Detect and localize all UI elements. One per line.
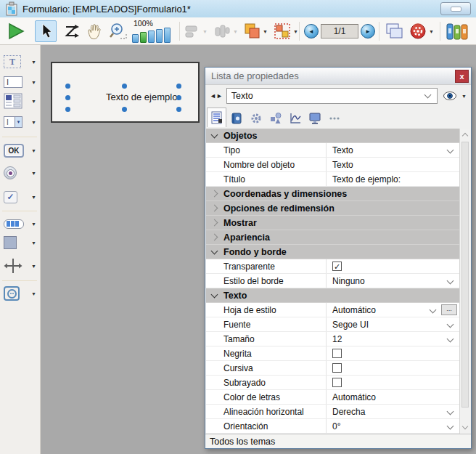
prop-row-titulo: Título Texto de ejemplo: — [206, 172, 460, 187]
checkbox-tool[interactable]: ✓ ▼ — [4, 186, 37, 208]
chevron-down-icon — [447, 336, 454, 343]
prop-value-dropdown[interactable]: Segoe UI — [327, 317, 460, 331]
combo-box-icon: I▼ — [4, 116, 22, 128]
panel-scrollbar[interactable] — [459, 129, 470, 434]
section-coordenadas[interactable]: Coordenadas y dimensiones — [206, 187, 460, 201]
object-selector-row: ◄ ► Texto ▼ — [205, 86, 471, 105]
prop-value-dropdown[interactable]: Derecha — [327, 405, 460, 418]
settings-button[interactable]: ▼ — [406, 20, 437, 42]
next-object-button[interactable]: ► — [216, 92, 223, 100]
checkbox-unchecked[interactable] — [332, 363, 342, 373]
ok-button-icon: OK — [4, 144, 24, 158]
selection-handle[interactable] — [65, 84, 70, 89]
scrollbar-thumb[interactable] — [461, 142, 469, 408]
selection-handle[interactable] — [176, 95, 181, 100]
label-tool[interactable]: T ▼ — [4, 51, 37, 73]
prop-value-text[interactable]: Automático — [327, 390, 460, 404]
selection-handle[interactable] — [65, 95, 70, 100]
select-tool-button[interactable] — [35, 20, 57, 42]
run-form-button[interactable] — [4, 20, 28, 42]
zoom-tool-button[interactable] — [107, 20, 129, 42]
prev-page-button[interactable]: ◄ — [303, 20, 319, 42]
selection-handle[interactable] — [122, 84, 127, 89]
chevron-right-icon — [211, 219, 218, 227]
section-texto[interactable]: Texto — [206, 288, 460, 303]
combo-box-tool[interactable]: I▼ ▼ — [4, 111, 37, 133]
ellipsis-icon — [328, 112, 341, 125]
browse-button[interactable]: ... — [441, 304, 457, 315]
visibility-filter-button[interactable]: ▼ — [443, 91, 467, 101]
checkbox-checked[interactable]: ✓ — [332, 262, 342, 271]
prop-row-negrita: Negrita — [206, 346, 460, 361]
arrow-right-icon: ► — [361, 24, 375, 38]
prop-value-text[interactable]: Texto de ejemplo: — [327, 172, 460, 186]
chevron-down-icon: ▼ — [31, 148, 36, 153]
arrange-button[interactable]: ▼ — [241, 20, 270, 42]
prop-label: Orientación — [206, 419, 327, 433]
shapes-icon — [269, 112, 282, 125]
properties-panel-titlebar[interactable]: Lista de propiedades x — [205, 68, 471, 85]
tab-objects[interactable] — [266, 109, 285, 127]
themes-button[interactable] — [444, 20, 470, 42]
selection-frame-icon — [274, 23, 291, 40]
chevron-down-icon — [447, 277, 454, 285]
tab-data[interactable] — [226, 109, 246, 127]
section-apariencia[interactable]: Apariencia — [206, 230, 460, 245]
tab-more[interactable] — [324, 109, 344, 127]
layers-icon — [243, 23, 260, 40]
close-button[interactable]: x — [455, 70, 469, 83]
section-objetos[interactable]: Objetos — [206, 129, 460, 143]
prop-value-dropdown[interactable]: 12 — [327, 332, 460, 346]
page-indicator-field[interactable]: 1/1 — [321, 20, 358, 42]
scroll-up-icon[interactable] — [462, 133, 468, 139]
chevron-down-icon: ▼ — [202, 29, 208, 34]
tab-order-button[interactable] — [61, 20, 83, 42]
socket-tool[interactable]: ▼ — [4, 283, 37, 304]
rectangle-tool[interactable]: ▼ — [4, 232, 37, 254]
checkbox-unchecked[interactable] — [332, 378, 342, 387]
radio-button-tool[interactable]: ▼ — [4, 162, 37, 184]
prop-row-orientacion: Orientación 0° — [206, 419, 460, 434]
tab-curve[interactable] — [285, 109, 305, 127]
selection-handle[interactable] — [65, 107, 70, 112]
prop-label: Hoja de estilo — [206, 303, 327, 317]
tab-settings[interactable] — [246, 109, 266, 127]
section-fondo-borde[interactable]: Fondo y borde — [206, 245, 460, 259]
section-label: Mostrar — [223, 218, 257, 228]
pages-button[interactable] — [383, 20, 405, 42]
prop-value-dropdown[interactable]: 0° — [327, 419, 460, 433]
list-view-tool[interactable]: ▼ — [4, 90, 37, 112]
next-page-button[interactable]: ► — [360, 20, 376, 42]
page-indicator: 1/1 — [334, 26, 346, 36]
magnifier-plus-icon — [109, 22, 128, 41]
tab-display[interactable] — [305, 109, 324, 127]
prop-row-hoja-estilo: Hoja de estilo Automático ... — [206, 303, 460, 317]
prop-value-dropdown[interactable]: Automático ... — [327, 303, 460, 317]
pages-icon — [385, 23, 403, 40]
section-mostrar[interactable]: Mostrar — [206, 216, 460, 230]
pan-tool-button[interactable] — [84, 20, 106, 42]
prop-row-tamano: Tamaño 12 — [206, 332, 460, 346]
prop-value-text[interactable]: Texto — [327, 158, 460, 171]
chevron-down-icon: ▼ — [31, 80, 36, 85]
selected-label-element[interactable]: Texto de ejemplo: — [106, 92, 180, 102]
object-selector-dropdown[interactable]: Texto — [226, 88, 438, 104]
selection-handle[interactable] — [176, 84, 181, 89]
scroll-down-icon[interactable] — [462, 423, 468, 429]
checkbox-unchecked[interactable] — [332, 349, 342, 358]
prop-value-dropdown[interactable]: Texto — [327, 143, 460, 157]
prev-object-button[interactable]: ◄ — [210, 92, 216, 100]
prop-value-dropdown[interactable]: Ninguno — [327, 274, 460, 288]
splitter-tool[interactable]: ▼ — [4, 255, 37, 277]
multi-select-button[interactable]: ▼ — [271, 20, 300, 42]
section-redimension[interactable]: Opciones de redimensión — [206, 201, 460, 216]
selection-handle[interactable] — [176, 107, 181, 112]
section-label: Coordenadas y dimensiones — [223, 189, 347, 199]
selection-handle[interactable] — [122, 107, 127, 112]
gear-icon — [250, 112, 263, 125]
minimize-button[interactable] — [440, 2, 471, 15]
tab-properties[interactable] — [207, 108, 226, 127]
button-tool[interactable]: OK ▼ — [4, 139, 37, 161]
distribute-button: ▼ — [212, 20, 239, 42]
zoom-level-control[interactable]: 100% — [132, 18, 177, 44]
